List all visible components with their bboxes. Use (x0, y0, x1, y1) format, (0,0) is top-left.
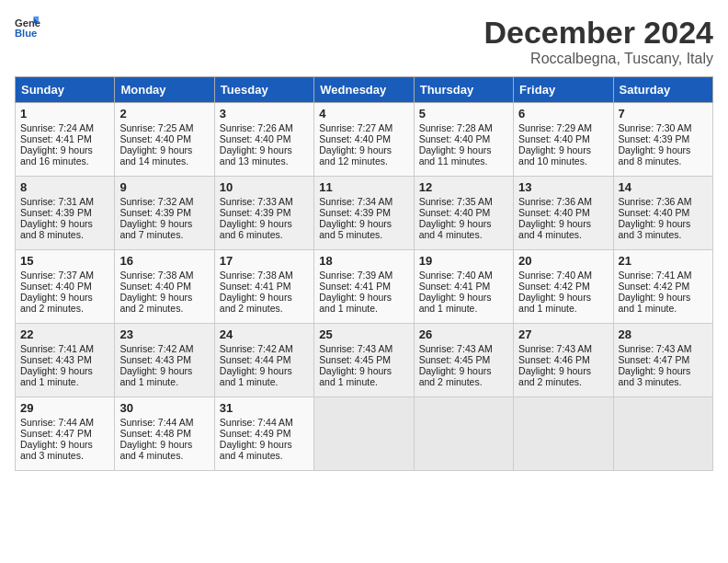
calendar-cell: 12Sunrise: 7:35 AMSunset: 4:40 PMDayligh… (414, 177, 513, 250)
cell-info: Sunrise: 7:37 AM (20, 270, 109, 281)
cell-info: Daylight: 9 hours and 1 minute. (319, 292, 408, 314)
cell-info: Sunset: 4:43 PM (20, 354, 109, 365)
calendar-cell: 28Sunrise: 7:43 AMSunset: 4:47 PMDayligh… (613, 324, 712, 397)
calendar-cell: 3Sunrise: 7:26 AMSunset: 4:40 PMDaylight… (214, 103, 313, 177)
calendar-cell: 6Sunrise: 7:29 AMSunset: 4:40 PMDaylight… (514, 103, 613, 177)
day-number: 22 (20, 327, 109, 341)
cell-info: Daylight: 9 hours and 2 minutes. (419, 365, 508, 387)
calendar-cell: 13Sunrise: 7:36 AMSunset: 4:40 PMDayligh… (514, 177, 613, 250)
logo: General Blue (15, 15, 40, 40)
cell-info: Sunset: 4:40 PM (518, 133, 608, 144)
cell-info: Sunset: 4:39 PM (20, 207, 109, 218)
cell-info: Daylight: 9 hours and 1 minute. (518, 292, 608, 314)
cell-info: Sunrise: 7:33 AM (220, 196, 309, 207)
cell-info: Daylight: 9 hours and 11 minutes. (419, 144, 508, 167)
cell-info: Daylight: 9 hours and 2 minutes. (119, 292, 209, 314)
calendar-cell: 16Sunrise: 7:38 AMSunset: 4:40 PMDayligh… (115, 250, 214, 324)
cell-info: Sunset: 4:47 PM (619, 354, 708, 365)
cell-info: Sunset: 4:41 PM (220, 281, 309, 292)
title-area: December 2024 Roccalbegna, Tuscany, Ital… (483, 15, 713, 67)
cell-info: Sunset: 4:39 PM (119, 207, 209, 218)
day-number: 25 (319, 327, 408, 341)
calendar-header-cell: Friday (514, 77, 613, 103)
cell-info: Sunrise: 7:28 AM (419, 122, 508, 133)
cell-info: Sunrise: 7:27 AM (319, 122, 408, 133)
calendar-header-cell: Thursday (414, 77, 513, 103)
calendar-table: SundayMondayTuesdayWednesdayThursdayFrid… (15, 76, 713, 471)
day-number: 10 (220, 180, 309, 194)
cell-info: Sunset: 4:47 PM (20, 428, 109, 439)
cell-info: Sunrise: 7:34 AM (319, 196, 408, 207)
calendar-cell: 20Sunrise: 7:40 AMSunset: 4:42 PMDayligh… (514, 250, 613, 324)
cell-info: Sunset: 4:40 PM (119, 133, 209, 144)
calendar-header-cell: Wednesday (314, 77, 414, 103)
calendar-cell: 1Sunrise: 7:24 AMSunset: 4:41 PMDaylight… (16, 103, 115, 177)
calendar-cell: 25Sunrise: 7:43 AMSunset: 4:45 PMDayligh… (314, 324, 414, 397)
day-number: 21 (619, 254, 708, 268)
cell-info: Sunset: 4:39 PM (319, 207, 408, 218)
day-number: 5 (419, 107, 508, 121)
cell-info: Sunset: 4:43 PM (119, 354, 209, 365)
cell-info: Sunset: 4:45 PM (319, 354, 408, 365)
calendar-header-cell: Tuesday (214, 77, 313, 103)
cell-info: Sunrise: 7:40 AM (518, 270, 608, 281)
cell-info: Sunrise: 7:38 AM (119, 270, 209, 281)
cell-info: Daylight: 9 hours and 8 minutes. (20, 218, 109, 240)
cell-info: Daylight: 9 hours and 1 minute. (619, 292, 708, 314)
cell-info: Sunset: 4:41 PM (319, 281, 408, 292)
cell-info: Sunset: 4:40 PM (419, 207, 508, 218)
day-number: 4 (319, 107, 408, 121)
calendar-week-row: 29Sunrise: 7:44 AMSunset: 4:47 PMDayligh… (16, 397, 713, 471)
calendar-cell: 27Sunrise: 7:43 AMSunset: 4:46 PMDayligh… (514, 324, 613, 397)
calendar-cell: 23Sunrise: 7:42 AMSunset: 4:43 PMDayligh… (115, 324, 214, 397)
calendar-header-cell: Sunday (16, 77, 115, 103)
calendar-cell: 19Sunrise: 7:40 AMSunset: 4:41 PMDayligh… (414, 250, 513, 324)
cell-info: Sunrise: 7:30 AM (619, 122, 708, 133)
cell-info: Sunrise: 7:41 AM (619, 270, 708, 281)
calendar-header-cell: Monday (115, 77, 214, 103)
cell-info: Daylight: 9 hours and 4 minutes. (518, 218, 608, 240)
calendar-cell: 29Sunrise: 7:44 AMSunset: 4:47 PMDayligh… (16, 397, 115, 471)
day-number: 1 (20, 107, 109, 121)
cell-info: Sunrise: 7:40 AM (419, 270, 508, 281)
cell-info: Sunrise: 7:35 AM (419, 196, 508, 207)
day-number: 9 (119, 180, 209, 194)
day-number: 16 (119, 254, 209, 268)
calendar-week-row: 15Sunrise: 7:37 AMSunset: 4:40 PMDayligh… (16, 250, 713, 324)
cell-info: Sunset: 4:39 PM (619, 133, 708, 144)
day-number: 24 (220, 327, 309, 341)
cell-info: Daylight: 9 hours and 1 minute. (119, 365, 209, 387)
header: General Blue December 2024 Roccalbegna, … (15, 15, 713, 67)
calendar-cell: 24Sunrise: 7:42 AMSunset: 4:44 PMDayligh… (214, 324, 313, 397)
calendar-cell: 9Sunrise: 7:32 AMSunset: 4:39 PMDaylight… (115, 177, 214, 250)
day-number: 23 (119, 327, 209, 341)
calendar-cell: 7Sunrise: 7:30 AMSunset: 4:39 PMDaylight… (613, 103, 712, 177)
cell-info: Daylight: 9 hours and 16 minutes. (20, 144, 109, 167)
cell-info: Sunrise: 7:43 AM (518, 343, 608, 354)
cell-info: Daylight: 9 hours and 2 minutes. (220, 292, 309, 314)
calendar-cell: 5Sunrise: 7:28 AMSunset: 4:40 PMDaylight… (414, 103, 513, 177)
cell-info: Daylight: 9 hours and 1 minute. (20, 365, 109, 387)
cell-info: Sunset: 4:42 PM (518, 281, 608, 292)
cell-info: Sunset: 4:42 PM (619, 281, 708, 292)
day-number: 14 (619, 180, 708, 194)
calendar-week-row: 8Sunrise: 7:31 AMSunset: 4:39 PMDaylight… (16, 177, 713, 250)
calendar-cell (414, 397, 513, 471)
calendar-cell (314, 397, 414, 471)
calendar-cell: 21Sunrise: 7:41 AMSunset: 4:42 PMDayligh… (613, 250, 712, 324)
day-number: 7 (619, 107, 708, 121)
cell-info: Daylight: 9 hours and 7 minutes. (119, 218, 209, 240)
cell-info: Sunrise: 7:42 AM (220, 343, 309, 354)
month-title: December 2024 (483, 15, 713, 51)
cell-info: Daylight: 9 hours and 4 minutes. (119, 439, 209, 461)
cell-info: Sunrise: 7:43 AM (319, 343, 408, 354)
calendar-cell: 31Sunrise: 7:44 AMSunset: 4:49 PMDayligh… (214, 397, 313, 471)
calendar-cell: 8Sunrise: 7:31 AMSunset: 4:39 PMDaylight… (16, 177, 115, 250)
cell-info: Sunset: 4:40 PM (518, 207, 608, 218)
cell-info: Sunset: 4:45 PM (419, 354, 508, 365)
calendar-header-row: SundayMondayTuesdayWednesdayThursdayFrid… (16, 77, 713, 103)
cell-info: Sunset: 4:39 PM (220, 207, 309, 218)
calendar-cell: 30Sunrise: 7:44 AMSunset: 4:48 PMDayligh… (115, 397, 214, 471)
cell-info: Sunrise: 7:36 AM (619, 196, 708, 207)
cell-info: Daylight: 9 hours and 10 minutes. (518, 144, 608, 167)
